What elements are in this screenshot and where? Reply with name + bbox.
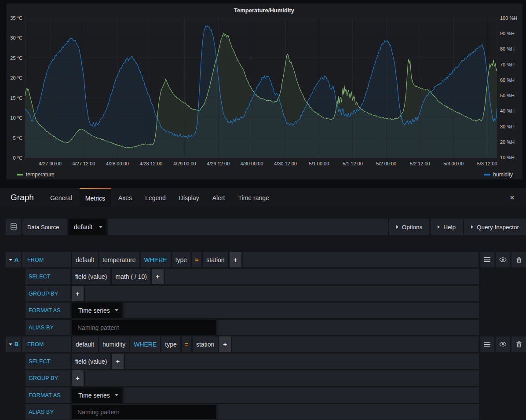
query-delete-button[interactable] (511, 252, 526, 267)
segment-math[interactable]: math ( / 10) (112, 269, 150, 284)
x-axis-tick-label: 4/27 00:00 (34, 161, 66, 166)
x-axis-tick-label: 5/3 12:00 (471, 161, 503, 166)
x-axis-tick-label: 5/1 00:00 (303, 161, 335, 166)
x-axis-tick-label: 4/28 00:00 (102, 161, 133, 166)
x-axis-tick-label: 5/3 00:00 (438, 161, 469, 166)
group-by-label: GROUP BY (26, 370, 70, 386)
segment-operator[interactable]: = (192, 252, 201, 267)
tab-display[interactable]: Display (173, 188, 205, 208)
legend-item-humidity[interactable]: humidity (484, 172, 513, 178)
query-delete-button[interactable] (511, 336, 526, 352)
segment-policy[interactable]: default (72, 252, 98, 267)
y-left-tick-label: 10 °C (6, 115, 22, 121)
options-button[interactable]: Options (389, 219, 430, 235)
add-condition-button[interactable]: + (230, 252, 241, 267)
tab-axes[interactable]: Axes (113, 188, 138, 208)
add-group-by-button[interactable]: + (72, 286, 84, 301)
y-right-tick-label: 60 %H (500, 77, 515, 83)
datasource-select[interactable]: default (69, 219, 106, 235)
row-filler (232, 336, 479, 352)
segment-tag-value[interactable]: station (193, 336, 218, 352)
legend-label: humidity (493, 172, 513, 178)
format-as-select[interactable]: Time series (72, 387, 122, 403)
menu-icon (484, 342, 490, 347)
alias-by-input[interactable] (72, 320, 216, 335)
row-filler (165, 269, 479, 284)
y-right-tick-label: 70 %H (500, 62, 515, 68)
datasource-row-filler (108, 219, 388, 235)
query-visibility-button[interactable] (496, 336, 510, 352)
query-inspector-button[interactable]: Query Inspector (464, 219, 526, 235)
tab-metrics[interactable]: Metrics (80, 188, 111, 208)
y-right-tick-label: 40 %H (500, 108, 515, 114)
legend-item-temperature[interactable]: temperature (17, 172, 55, 178)
format-as-select[interactable]: Time series (72, 303, 122, 318)
time-series-chart[interactable] (6, 4, 522, 179)
y-right-tick-label: 100 %H (500, 15, 517, 21)
segment-where[interactable]: WHERE (130, 336, 160, 352)
y-left-tick-label: 15 °C (6, 95, 22, 101)
add-group-by-button[interactable]: + (72, 370, 84, 386)
y-left-tick-label: 25 °C (6, 55, 22, 61)
datasource-value: default (74, 223, 92, 230)
chevron-down-icon (9, 259, 12, 261)
x-axis-tick-label: 4/29 12:00 (202, 161, 234, 166)
add-select-button[interactable]: + (112, 354, 124, 369)
panel-type-title: Graph (11, 188, 34, 207)
segment-tag-key[interactable]: type (161, 336, 180, 352)
segment-policy[interactable]: default (72, 336, 98, 352)
panel-title: Temperature/Humidity (6, 7, 522, 14)
legend-label: temperature (26, 172, 55, 178)
select-label: SELECT (26, 354, 70, 369)
chevron-down-icon (99, 226, 102, 228)
query-a-from-row: A FROM default temperature WHERE type = … (6, 252, 526, 267)
y-left-tick-label: 30 °C (6, 35, 22, 41)
x-axis-tick-label: 4/30 12:00 (270, 161, 301, 166)
query-menu-button[interactable] (480, 252, 494, 267)
segment-where[interactable]: WHERE (141, 252, 171, 267)
segment-operator[interactable]: = (182, 336, 191, 352)
row-filler (218, 404, 479, 420)
segment-measurement[interactable]: humidity (99, 336, 129, 352)
y-left-tick-label: 0 °C (6, 155, 22, 161)
close-icon[interactable]: ✕ (510, 188, 515, 207)
y-left-tick-label: 5 °C (6, 135, 22, 141)
segment-tag-key[interactable]: type (172, 252, 190, 267)
format-as-value: Time series (78, 307, 110, 314)
tab-alert[interactable]: Alert (207, 188, 231, 208)
trash-icon (516, 257, 522, 263)
tab-general[interactable]: General (44, 188, 78, 208)
format-as-label: FORMAT AS (26, 387, 70, 403)
query-menu-button[interactable] (480, 336, 494, 352)
menu-icon (484, 257, 490, 262)
panel-editor-tabbar: Graph General Metrics Axes Legend Displa… (0, 188, 526, 208)
segment-field[interactable]: field (value) (72, 354, 110, 369)
add-select-button[interactable]: + (152, 269, 164, 284)
y-left-tick-label: 20 °C (6, 75, 22, 81)
caret-right-icon (396, 225, 398, 229)
query-visibility-button[interactable] (496, 252, 510, 267)
from-label: FROM (22, 252, 71, 267)
segment-field[interactable]: field (value) (72, 269, 110, 284)
database-icon (6, 219, 21, 235)
temperature-series-swatch (17, 174, 23, 175)
query-a-select-row: SELECT field (value) math ( / 10) + (6, 269, 526, 284)
row-filler (218, 320, 479, 335)
segment-tag-value[interactable]: station (203, 252, 228, 267)
add-condition-button[interactable]: + (219, 336, 231, 352)
segment-measurement[interactable]: temperature (99, 252, 139, 267)
alias-by-input[interactable] (72, 404, 216, 420)
y-right-tick-label: 90 %H (500, 31, 515, 37)
query-b-collapse-toggle[interactable]: B (6, 336, 21, 352)
tab-time-range[interactable]: Time range (232, 188, 274, 208)
y-right-tick-label: 80 %H (500, 46, 515, 52)
from-label: FROM (22, 336, 71, 352)
help-button[interactable]: Help (431, 219, 463, 235)
x-axis-tick-label: 5/1 12:00 (337, 161, 369, 166)
x-axis-tick-label: 4/29 00:00 (169, 161, 201, 166)
query-a-collapse-toggle[interactable]: A (6, 252, 21, 267)
trash-icon (516, 341, 522, 347)
x-axis-tick-label: 5/2 00:00 (370, 161, 402, 166)
row-filler (124, 303, 479, 318)
tab-legend[interactable]: Legend (139, 188, 172, 208)
